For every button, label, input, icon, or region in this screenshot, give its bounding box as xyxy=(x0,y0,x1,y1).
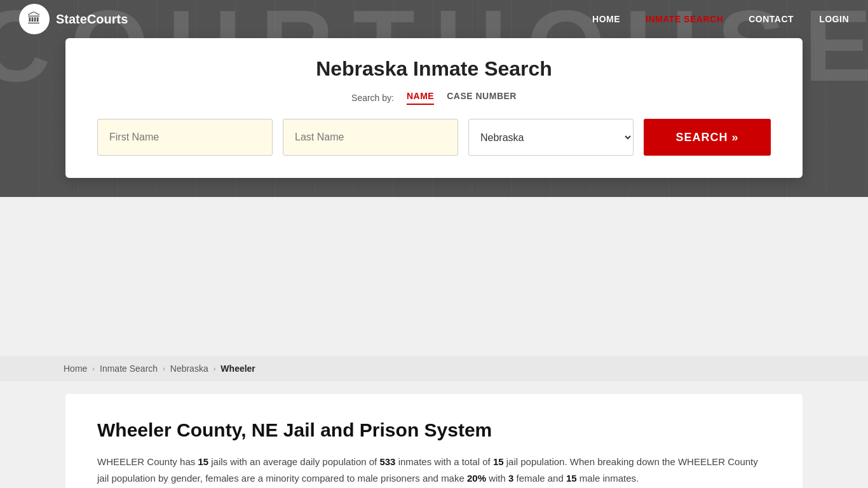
chevron-icon-2: › xyxy=(163,365,165,372)
breadcrumb-inmate-search[interactable]: Inmate Search xyxy=(100,363,158,374)
last-name-input[interactable] xyxy=(283,119,458,156)
county-description: WHEELER County has 15 jails with an aver… xyxy=(97,454,771,486)
breadcrumb-nebraska[interactable]: Nebraska xyxy=(170,363,208,374)
logo-text: StateCourts xyxy=(56,12,128,27)
logo-icon: 🏛 xyxy=(19,4,50,34)
breadcrumb: Home › Inmate Search › Nebraska › Wheele… xyxy=(0,356,868,381)
search-card-title: Nebraska Inmate Search xyxy=(97,57,771,81)
chevron-icon-3: › xyxy=(214,365,216,372)
logo-link[interactable]: 🏛 StateCourts xyxy=(19,4,128,34)
nav-login[interactable]: LOGIN xyxy=(819,14,849,24)
tab-case-number[interactable]: CASE NUMBER xyxy=(447,91,517,105)
search-by-label: Search by: xyxy=(351,93,394,103)
hero-section: COURTHOUSE 🏛 StateCourts HOME INMATE SEA… xyxy=(0,0,868,197)
main-content: Wheeler County, NE Jail and Prison Syste… xyxy=(65,394,803,488)
search-button[interactable]: SEARCH » xyxy=(644,119,771,156)
chevron-icon-1: › xyxy=(92,365,95,372)
nav-contact[interactable]: CONTACT xyxy=(749,14,794,24)
search-by-row: Search by: NAME CASE NUMBER xyxy=(97,91,771,105)
nav-home[interactable]: HOME xyxy=(592,14,620,24)
first-name-input[interactable] xyxy=(97,119,273,156)
nav-inmate-search[interactable]: INMATE SEARCH xyxy=(646,14,723,24)
search-inputs: Nebraska Alabama Alaska Arizona Arkansas… xyxy=(97,119,771,156)
search-card: Nebraska Inmate Search Search by: NAME C… xyxy=(65,38,803,178)
tab-name[interactable]: NAME xyxy=(407,91,434,105)
county-title: Wheeler County, NE Jail and Prison Syste… xyxy=(97,419,771,441)
nav-links: HOME INMATE SEARCH CONTACT LOGIN xyxy=(592,13,849,25)
breadcrumb-current: Wheeler xyxy=(220,363,255,374)
state-select[interactable]: Nebraska Alabama Alaska Arizona Arkansas… xyxy=(468,119,634,156)
navigation: 🏛 StateCourts HOME INMATE SEARCH CONTACT… xyxy=(0,0,868,38)
breadcrumb-home[interactable]: Home xyxy=(64,363,87,374)
